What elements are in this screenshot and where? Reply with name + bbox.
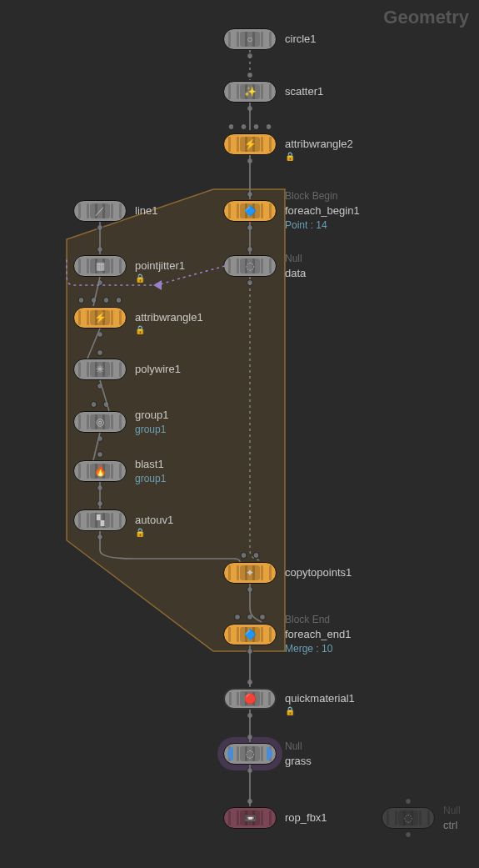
output-connector[interactable] bbox=[97, 224, 103, 231]
lock-icon: 🔒 bbox=[135, 528, 145, 537]
node-label: ctrl bbox=[443, 817, 461, 832]
copy-icon: ✦ bbox=[240, 565, 260, 580]
node-grass[interactable]: ◌ Null grass bbox=[223, 743, 277, 765]
node-type-label: Null bbox=[285, 252, 306, 266]
output-connector[interactable] bbox=[247, 712, 253, 719]
scatter-icon: ✨ bbox=[240, 84, 260, 99]
output-connector[interactable] bbox=[247, 767, 253, 774]
output-connector[interactable] bbox=[247, 224, 253, 231]
node-label: quickmaterial1 bbox=[285, 691, 355, 706]
node-type-label: Block End bbox=[285, 613, 352, 627]
node-rop-fbx1[interactable]: 📼 rop_fbx1 bbox=[223, 807, 277, 829]
node-data[interactable]: ◌ Null data bbox=[223, 255, 277, 277]
node-label: copytopoints1 bbox=[285, 565, 352, 580]
input-connector[interactable] bbox=[97, 349, 103, 356]
input-connector[interactable] bbox=[97, 246, 103, 253]
wrangle-icon: ⚡ bbox=[90, 310, 110, 325]
node-label: autouv1 bbox=[135, 513, 173, 528]
feedback-arrow-icon bbox=[153, 280, 162, 290]
node-label: group1 bbox=[135, 408, 168, 423]
node-autouv1[interactable]: ▚ autouv1 🔒 bbox=[73, 509, 127, 531]
node-blast1[interactable]: 🔥 blast1 group1 bbox=[73, 460, 127, 482]
output-connector[interactable] bbox=[247, 158, 253, 164]
output-connector[interactable] bbox=[97, 383, 103, 389]
node-attribwrangle2[interactable]: ⚡ attribwrangle2 🔒 bbox=[223, 133, 277, 155]
node-line1[interactable]: ／ line1 bbox=[73, 200, 127, 222]
group-icon: ◎ bbox=[90, 414, 110, 429]
node-label: grass bbox=[285, 753, 312, 768]
node-param-label: Point : 14 bbox=[285, 218, 360, 233]
input-connector[interactable] bbox=[247, 72, 253, 78]
input-connector[interactable] bbox=[247, 798, 253, 805]
null-icon: ◌ bbox=[240, 746, 260, 761]
node-type-label: Block Begin bbox=[285, 189, 360, 203]
node-group1[interactable]: ◎ group1 group1 bbox=[73, 411, 127, 433]
output-connector[interactable] bbox=[97, 534, 103, 540]
node-label: blast1 bbox=[135, 457, 166, 472]
null-icon: ◌ bbox=[240, 258, 260, 273]
output-connector[interactable] bbox=[247, 648, 253, 655]
input-connector[interactable] bbox=[97, 500, 103, 507]
node-label: circle1 bbox=[285, 32, 317, 47]
output-connector[interactable] bbox=[97, 435, 103, 442]
polywire-icon: ✳ bbox=[90, 362, 110, 377]
node-label: data bbox=[285, 265, 306, 280]
output-connector[interactable] bbox=[97, 279, 103, 286]
node-type-label: Null bbox=[285, 740, 312, 754]
blockend-icon: 🔷 bbox=[240, 627, 260, 642]
lock-icon: 🔒 bbox=[285, 152, 295, 161]
multi-input[interactable] bbox=[234, 614, 266, 620]
input-connector[interactable] bbox=[97, 451, 103, 458]
node-foreach-end1[interactable]: 🔷 Block End foreach_end1 Merge : 10 bbox=[223, 624, 277, 645]
node-pointjitter1[interactable]: ▦ pointjitter1 🔒 bbox=[73, 255, 127, 277]
node-label: attribwrangle2 bbox=[285, 137, 353, 152]
node-label: scatter1 bbox=[285, 84, 323, 99]
multi-input[interactable] bbox=[228, 123, 272, 130]
node-label: polywire1 bbox=[135, 362, 181, 377]
node-circle1[interactable]: ○ circle1 bbox=[223, 28, 277, 50]
output-connector[interactable] bbox=[97, 484, 103, 491]
node-type-label: Null bbox=[443, 804, 461, 818]
jitter-icon: ▦ bbox=[90, 258, 110, 273]
wrangle-icon: ⚡ bbox=[240, 137, 260, 152]
node-scatter1[interactable]: ✨ scatter1 bbox=[223, 81, 277, 103]
output-connector[interactable] bbox=[405, 831, 412, 838]
multi-input[interactable] bbox=[241, 552, 260, 559]
node-foreach-begin1[interactable]: 🔷 Block Begin foreach_begin1 Point : 14 bbox=[223, 200, 277, 222]
material-icon: 🔴 bbox=[240, 691, 260, 706]
output-connector[interactable] bbox=[247, 279, 253, 286]
multi-input[interactable] bbox=[91, 401, 110, 408]
blast-icon: 🔥 bbox=[90, 464, 110, 479]
input-connector[interactable] bbox=[247, 734, 253, 740]
node-group-label: group1 bbox=[135, 423, 168, 437]
node-label: attribwrangle1 bbox=[135, 310, 203, 325]
node-ctrl[interactable]: ◌ Null ctrl bbox=[382, 807, 435, 829]
node-group-label: group1 bbox=[135, 472, 166, 486]
lock-icon: 🔒 bbox=[135, 273, 145, 283]
node-label: rop_fbx1 bbox=[285, 810, 327, 825]
node-label: foreach_end1 bbox=[285, 627, 352, 642]
network-context-label: Geometry bbox=[383, 7, 469, 28]
input-connector[interactable] bbox=[247, 246, 253, 253]
lock-icon: 🔒 bbox=[135, 325, 145, 334]
line-icon: ／ bbox=[90, 203, 110, 218]
lock-icon: 🔒 bbox=[285, 706, 295, 715]
input-connector[interactable] bbox=[405, 798, 412, 805]
input-connector[interactable] bbox=[247, 679, 253, 685]
input-connector[interactable] bbox=[247, 191, 253, 198]
output-connector[interactable] bbox=[247, 105, 253, 112]
multi-input[interactable] bbox=[78, 297, 122, 304]
node-copytopoints1[interactable]: ✦ copytopoints1 bbox=[223, 562, 277, 584]
template-flag[interactable] bbox=[227, 747, 233, 760]
node-label: pointjitter1 bbox=[135, 258, 185, 273]
node-polywire1[interactable]: ✳ polywire1 bbox=[73, 359, 127, 380]
null-icon: ◌ bbox=[398, 810, 418, 825]
uv-icon: ▚ bbox=[90, 513, 110, 528]
node-label: foreach_begin1 bbox=[285, 203, 360, 218]
node-param-label: Merge : 10 bbox=[285, 642, 352, 656]
node-attribwrangle1[interactable]: ⚡ attribwrangle1 🔒 bbox=[73, 307, 127, 329]
output-connector[interactable] bbox=[247, 53, 253, 59]
output-connector[interactable] bbox=[247, 586, 253, 593]
output-connector[interactable] bbox=[97, 331, 103, 338]
node-quickmaterial1[interactable]: 🔴 quickmaterial1 🔒 bbox=[223, 688, 277, 710]
